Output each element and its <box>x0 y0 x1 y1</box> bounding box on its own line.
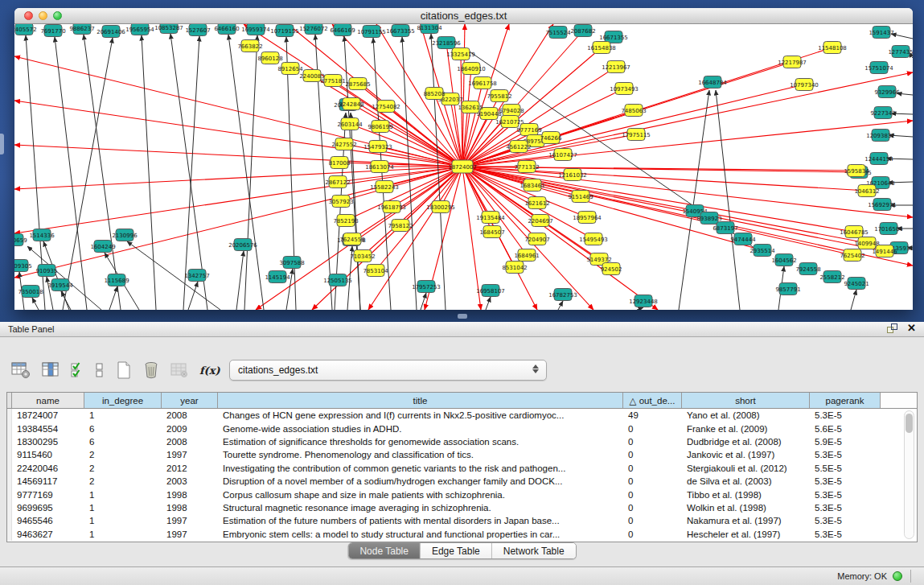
table-cell[interactable]: 6 <box>84 424 162 434</box>
graph-node[interactable]: 1621612 <box>524 197 549 209</box>
graph-node[interactable]: 12213967 <box>602 61 630 73</box>
graph-node[interactable]: 9329966 <box>874 86 900 98</box>
graph-node[interactable]: 10797340 <box>790 79 819 91</box>
graph-node[interactable]: 7771312 <box>514 161 539 173</box>
network-canvas[interactable]: 2405572769177098862372069140619565954108… <box>14 24 913 310</box>
graph-node[interactable]: 16958107 <box>476 285 505 297</box>
show-columns-button[interactable] <box>42 361 60 379</box>
window-titlebar[interactable]: citations_edges.txt <box>14 8 913 24</box>
graph-node[interactable]: 2427552 <box>331 138 356 150</box>
table-cell[interactable]: 49 <box>623 410 682 420</box>
zoom-window-icon[interactable] <box>53 11 62 20</box>
graph-node[interactable]: 16107427 <box>548 149 577 161</box>
close-panel-icon[interactable]: ✕ <box>907 323 916 333</box>
tab-network-table[interactable]: Network Table <box>492 543 576 558</box>
column-header-short[interactable]: short <box>682 393 810 408</box>
table-cell[interactable]: 0 <box>623 476 682 486</box>
table-panel-header[interactable]: Table Panel ✕ <box>0 322 924 337</box>
table-row[interactable]: 946554611997Estimation of the future num… <box>7 514 917 527</box>
graph-node[interactable]: 7663822 <box>237 40 262 52</box>
graph-node[interactable]: 7350018 <box>18 286 43 298</box>
table-cell[interactable]: Embryonic stem cells: a model to study s… <box>218 529 623 539</box>
table-cell[interactable]: 5.6E-5 <box>810 424 881 434</box>
graph-node[interactable]: 12217987 <box>778 56 807 68</box>
table-cell[interactable]: Tibbo et al. (1998) <box>682 490 810 500</box>
table-cell[interactable]: 2009 <box>162 424 218 434</box>
table-cell[interactable]: 1 <box>84 503 162 513</box>
table-cell[interactable]: 18724007 <box>12 410 84 420</box>
graph-node[interactable]: 3242843 <box>339 98 363 110</box>
graph-node[interactable]: 15751074 <box>864 62 893 74</box>
table-cell[interactable]: Hescheler et al. (1997) <box>682 529 810 539</box>
graph-node[interactable]: 20691406 <box>97 26 125 38</box>
graph-node[interactable]: 2087682 <box>570 25 595 37</box>
graph-node[interactable]: 2875685 <box>345 78 370 90</box>
graph-node[interactable]: 3097588 <box>279 257 304 269</box>
column-header-title[interactable]: title <box>218 393 623 408</box>
graph-node[interactable]: 8131304 <box>417 24 442 34</box>
table-cell[interactable]: 9777169 <box>12 490 84 500</box>
graph-node[interactable]: 6873197 <box>713 222 737 234</box>
graph-node[interactable]: 7103452 <box>350 250 375 262</box>
table-cell[interactable]: 1998 <box>162 490 218 500</box>
graph-node[interactable]: 1527607 <box>185 24 210 36</box>
table-cell[interactable]: 1997 <box>162 450 218 459</box>
graph-node[interactable]: 17975115 <box>622 129 651 141</box>
table-cell[interactable]: 1 <box>84 529 162 539</box>
table-cell[interactable]: Jankovic et al. (1997) <box>682 450 810 459</box>
graph-node[interactable]: 9777169 <box>516 124 541 136</box>
table-cell[interactable]: 0 <box>623 424 682 434</box>
graph-node[interactable]: 8531042 <box>502 262 527 274</box>
graph-node[interactable]: 6466169 <box>330 24 355 36</box>
graph-node[interactable]: 9474444 <box>730 233 756 245</box>
table-mode-button[interactable] <box>11 361 31 379</box>
table-row[interactable]: 1456911722003Disruption of a novel membe… <box>7 475 917 488</box>
new-column-button[interactable] <box>116 360 132 380</box>
table-cell[interactable]: Yano et al. (2008) <box>682 410 810 420</box>
graph-node[interactable]: 1362615 <box>458 101 483 113</box>
table-cell[interactable]: Corpus callosum shape and size in male p… <box>218 490 623 500</box>
table-cell[interactable]: 5.9E-5 <box>810 437 881 447</box>
table-cell[interactable]: 2003 <box>162 476 218 486</box>
table-cell[interactable]: 0 <box>623 450 682 459</box>
graph-node[interactable]: 2558212 <box>819 271 844 283</box>
close-window-icon[interactable] <box>24 11 33 20</box>
graph-node[interactable]: 10973493 <box>610 83 639 95</box>
table-cell[interactable]: 19384554 <box>12 424 84 434</box>
graph-node[interactable]: 7624558 <box>339 233 364 245</box>
table-cell[interactable]: 0 <box>623 516 682 525</box>
table-cell[interactable]: 5.3E-5 <box>810 490 881 500</box>
graph-node[interactable]: 10853287 <box>154 24 183 34</box>
function-builder-button[interactable]: f(x) <box>199 365 220 377</box>
graph-node[interactable]: 1514336 <box>29 229 55 241</box>
graph-node[interactable]: 6466160 <box>214 24 239 35</box>
graph-node[interactable]: 817008 <box>329 157 351 169</box>
graph-node[interactable]: 7958122 <box>388 220 413 232</box>
graph-node[interactable]: 1683461 <box>519 179 544 192</box>
table-row[interactable]: 1938455462009Genome-wide association stu… <box>7 422 917 435</box>
graph-node[interactable]: 2204697 <box>528 215 552 227</box>
graph-node[interactable]: 4561222 <box>506 141 531 153</box>
graph-node[interactable]: 12093832 <box>866 130 895 142</box>
table-cell[interactable]: 2008 <box>162 437 218 447</box>
graph-node[interactable]: 17957253 <box>412 281 441 293</box>
table-cell[interactable]: 2012 <box>162 463 218 473</box>
table-cell[interactable]: 1 <box>84 490 162 500</box>
table-cell[interactable]: 0 <box>623 463 682 473</box>
table-row[interactable]: 946362711997Embryonic stem cells: a mode… <box>7 528 917 541</box>
graph-node[interactable]: 1491446 <box>872 245 897 257</box>
table-row[interactable]: 1830029562008Estimation of significance … <box>7 435 917 448</box>
graph-node[interactable]: 2130996 <box>112 229 138 241</box>
table-cell[interactable]: Dudbridge et al. (2008) <box>682 437 810 447</box>
tab-edge-table[interactable]: Edge Table <box>421 543 492 558</box>
graph-node[interactable]: 7691770 <box>40 25 65 37</box>
table-cell[interactable]: Changes of HCN gene expression and I(f) … <box>218 410 623 420</box>
graph-node[interactable]: 10791155 <box>357 26 386 38</box>
table-cell[interactable]: 9699695 <box>12 503 84 513</box>
column-header-name[interactable]: name <box>12 393 84 408</box>
table-cell[interactable]: 2 <box>84 476 162 486</box>
graph-node[interactable]: 2935514 <box>749 245 775 257</box>
graph-node[interactable]: 15582243 <box>370 181 399 193</box>
graph-node[interactable]: 20206576 <box>228 239 257 251</box>
table-row[interactable]: 969969511998Structural magnetic resonanc… <box>7 501 917 514</box>
